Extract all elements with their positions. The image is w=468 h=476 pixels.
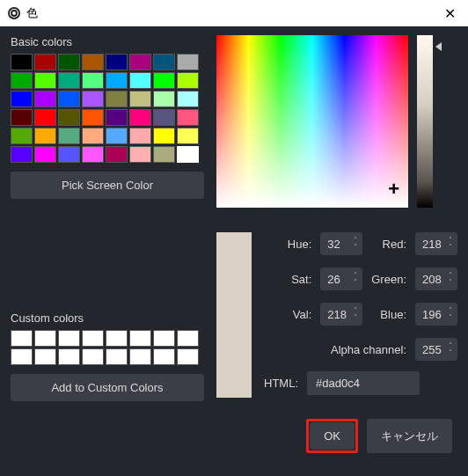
chevron-down-icon: ˅ — [447, 244, 454, 251]
basic-swatch[interactable] — [34, 54, 56, 70]
alpha-label: Alpha channel: — [331, 343, 406, 356]
basic-swatch[interactable] — [82, 72, 104, 89]
slider-arrow-icon — [435, 42, 442, 51]
basic-swatch[interactable] — [82, 54, 104, 70]
basic-swatch[interactable] — [58, 109, 80, 126]
html-label: HTML: — [264, 377, 298, 390]
hue-label: Hue: — [288, 238, 311, 251]
basic-swatch[interactable] — [177, 91, 199, 107]
basic-swatch[interactable] — [11, 109, 33, 126]
cancel-button[interactable]: キャンセル — [367, 419, 452, 453]
add-to-custom-button[interactable]: Add to Custom Colors — [11, 374, 204, 401]
basic-swatch[interactable] — [58, 91, 80, 107]
basic-swatch[interactable] — [129, 54, 151, 70]
custom-swatch[interactable] — [58, 330, 80, 347]
value-slider[interactable] — [417, 35, 433, 208]
basic-swatch[interactable] — [153, 91, 175, 107]
basic-swatch[interactable] — [106, 146, 128, 163]
basic-swatch[interactable] — [58, 128, 80, 144]
custom-swatch[interactable] — [58, 348, 80, 365]
custom-swatch[interactable] — [34, 330, 56, 347]
basic-swatch[interactable] — [11, 146, 33, 163]
custom-swatch[interactable] — [129, 348, 151, 365]
custom-swatch[interactable] — [34, 348, 56, 365]
val-label: Val: — [288, 308, 311, 321]
basic-swatch[interactable] — [106, 54, 128, 70]
basic-swatch[interactable] — [11, 54, 33, 70]
blue-input[interactable]: 196˄˅ — [415, 303, 457, 326]
custom-swatch[interactable] — [11, 330, 33, 347]
basic-swatch[interactable] — [129, 128, 151, 144]
basic-swatch[interactable] — [11, 72, 33, 89]
custom-swatch[interactable] — [153, 348, 175, 365]
custom-colors-label: Custom colors — [11, 311, 204, 325]
basic-swatch[interactable] — [177, 146, 199, 163]
basic-swatch[interactable] — [129, 146, 151, 163]
val-input[interactable]: 218˄˅ — [320, 303, 362, 326]
basic-swatch[interactable] — [58, 72, 80, 89]
crosshair-icon: + — [388, 179, 399, 199]
basic-swatch[interactable] — [153, 128, 175, 144]
basic-swatch[interactable] — [177, 54, 199, 70]
svg-point-2 — [12, 11, 16, 15]
basic-swatch[interactable] — [129, 109, 151, 126]
titlebar: 色 ✕ — [0, 0, 468, 26]
basic-swatch[interactable] — [82, 91, 104, 107]
basic-swatch[interactable] — [11, 128, 33, 144]
chevron-down-icon: ˅ — [352, 314, 359, 321]
alpha-input[interactable]: 255˄˅ — [415, 338, 457, 361]
custom-swatch[interactable] — [177, 348, 199, 365]
basic-swatch[interactable] — [106, 72, 128, 89]
custom-swatch[interactable] — [82, 348, 104, 365]
basic-swatch[interactable] — [153, 109, 175, 126]
basic-swatch[interactable] — [106, 109, 128, 126]
chevron-down-icon: ˅ — [447, 314, 454, 321]
custom-swatch[interactable] — [153, 330, 175, 347]
green-input[interactable]: 208˄˅ — [415, 267, 457, 290]
custom-swatch[interactable] — [129, 330, 151, 347]
red-input[interactable]: 218˄˅ — [415, 232, 457, 255]
close-icon[interactable]: ✕ — [439, 5, 461, 22]
basic-swatch[interactable] — [34, 72, 56, 89]
basic-swatch[interactable] — [34, 91, 56, 107]
basic-swatch[interactable] — [129, 91, 151, 107]
basic-swatch[interactable] — [177, 109, 199, 126]
basic-swatch[interactable] — [34, 109, 56, 126]
basic-swatch[interactable] — [58, 54, 80, 70]
basic-colors-grid — [11, 54, 204, 163]
basic-swatch[interactable] — [153, 54, 175, 70]
basic-swatch[interactable] — [177, 128, 199, 144]
basic-swatch[interactable] — [11, 91, 33, 107]
basic-swatch[interactable] — [34, 146, 56, 163]
sat-input[interactable]: 26˄˅ — [320, 267, 362, 290]
color-gradient[interactable]: + — [216, 35, 408, 208]
basic-swatch[interactable] — [82, 109, 104, 126]
html-input[interactable] — [307, 371, 420, 395]
custom-swatch[interactable] — [106, 330, 128, 347]
green-label: Green: — [371, 273, 406, 286]
sat-label: Sat: — [288, 273, 311, 286]
current-color-preview — [216, 232, 252, 398]
obs-icon — [7, 6, 21, 20]
chevron-down-icon: ˅ — [352, 244, 359, 251]
basic-swatch[interactable] — [82, 146, 104, 163]
basic-swatch[interactable] — [106, 91, 128, 107]
ok-button[interactable]: OK — [310, 422, 355, 450]
basic-swatch[interactable] — [106, 128, 128, 144]
basic-colors-label: Basic colors — [11, 35, 204, 48]
pick-screen-color-button[interactable]: Pick Screen Color — [11, 172, 204, 199]
custom-swatch[interactable] — [82, 330, 104, 347]
basic-swatch[interactable] — [34, 128, 56, 144]
basic-swatch[interactable] — [129, 72, 151, 89]
custom-swatch[interactable] — [106, 348, 128, 365]
basic-swatch[interactable] — [153, 72, 175, 89]
basic-swatch[interactable] — [58, 146, 80, 163]
basic-swatch[interactable] — [153, 146, 175, 163]
basic-swatch[interactable] — [82, 128, 104, 144]
hue-input[interactable]: 32˄˅ — [320, 232, 362, 255]
chevron-down-icon: ˅ — [352, 279, 359, 286]
custom-swatch[interactable] — [11, 348, 33, 365]
ok-highlight: OK — [306, 419, 358, 453]
custom-swatch[interactable] — [177, 330, 199, 347]
basic-swatch[interactable] — [177, 72, 199, 89]
